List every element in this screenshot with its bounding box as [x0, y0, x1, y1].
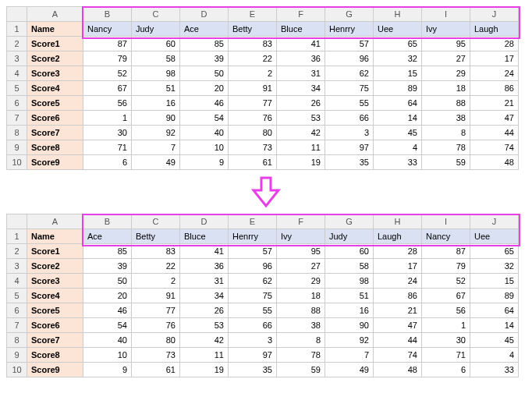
- data-cell[interactable]: 41: [277, 37, 325, 51]
- score-label[interactable]: Score7: [27, 126, 83, 140]
- data-cell[interactable]: 14: [470, 318, 519, 333]
- data-cell[interactable]: 66: [229, 318, 277, 333]
- data-cell[interactable]: 49: [132, 155, 180, 170]
- data-cell[interactable]: 91: [132, 289, 180, 303]
- row-header[interactable]: 10: [7, 155, 27, 170]
- data-cell[interactable]: 71: [422, 348, 470, 363]
- name-cell[interactable]: Ace: [180, 22, 229, 37]
- col-header[interactable]: B: [83, 214, 132, 229]
- data-cell[interactable]: 29: [277, 274, 325, 289]
- data-cell[interactable]: 40: [180, 126, 229, 140]
- data-cell[interactable]: 62: [229, 274, 277, 289]
- row-header[interactable]: 9: [7, 140, 27, 155]
- data-cell[interactable]: 71: [83, 140, 132, 155]
- data-cell[interactable]: 90: [132, 111, 180, 126]
- col-header[interactable]: E: [229, 214, 277, 229]
- data-cell[interactable]: 53: [180, 318, 229, 333]
- data-cell[interactable]: 3: [325, 126, 374, 140]
- data-cell[interactable]: 15: [374, 66, 422, 81]
- data-cell[interactable]: 42: [277, 126, 325, 140]
- data-cell[interactable]: 15: [470, 274, 519, 289]
- data-cell[interactable]: 10: [83, 348, 132, 363]
- data-cell[interactable]: 87: [422, 244, 470, 259]
- data-cell[interactable]: 28: [470, 37, 519, 51]
- col-header[interactable]: E: [229, 7, 277, 22]
- data-cell[interactable]: 55: [325, 96, 374, 111]
- data-cell[interactable]: 3: [229, 333, 277, 348]
- data-cell[interactable]: 97: [229, 348, 277, 363]
- data-cell[interactable]: 29: [422, 66, 470, 81]
- col-header[interactable]: A: [27, 7, 83, 22]
- corner-cell[interactable]: [7, 7, 27, 22]
- row-header[interactable]: 8: [7, 126, 27, 140]
- data-cell[interactable]: 78: [277, 348, 325, 363]
- data-cell[interactable]: 38: [422, 111, 470, 126]
- data-cell[interactable]: 56: [422, 303, 470, 318]
- a1-name-label[interactable]: Name: [27, 229, 83, 244]
- data-cell[interactable]: 51: [132, 81, 180, 96]
- name-cell[interactable]: Uee: [470, 229, 519, 244]
- data-cell[interactable]: 61: [132, 363, 180, 377]
- data-cell[interactable]: 30: [83, 126, 132, 140]
- data-cell[interactable]: 24: [374, 274, 422, 289]
- data-cell[interactable]: 14: [374, 111, 422, 126]
- row-header[interactable]: 6: [7, 96, 27, 111]
- data-cell[interactable]: 73: [229, 140, 277, 155]
- data-cell[interactable]: 85: [83, 244, 132, 259]
- row-header[interactable]: 1: [7, 22, 27, 37]
- data-cell[interactable]: 35: [325, 155, 374, 170]
- data-cell[interactable]: 54: [180, 111, 229, 126]
- data-cell[interactable]: 77: [132, 303, 180, 318]
- col-header[interactable]: G: [325, 7, 374, 22]
- data-cell[interactable]: 92: [325, 333, 374, 348]
- data-cell[interactable]: 45: [374, 126, 422, 140]
- data-cell[interactable]: 26: [277, 96, 325, 111]
- score-label[interactable]: Score2: [27, 259, 83, 274]
- data-cell[interactable]: 65: [374, 37, 422, 51]
- data-cell[interactable]: 48: [470, 155, 519, 170]
- data-cell[interactable]: 74: [470, 140, 519, 155]
- col-header[interactable]: C: [132, 214, 180, 229]
- col-header[interactable]: F: [277, 214, 325, 229]
- data-cell[interactable]: 67: [422, 289, 470, 303]
- data-cell[interactable]: 52: [83, 66, 132, 81]
- data-cell[interactable]: 1: [422, 318, 470, 333]
- name-cell[interactable]: Judy: [132, 22, 180, 37]
- data-cell[interactable]: 31: [277, 66, 325, 81]
- data-cell[interactable]: 16: [325, 303, 374, 318]
- data-cell[interactable]: 62: [325, 66, 374, 81]
- data-cell[interactable]: 85: [180, 37, 229, 51]
- data-cell[interactable]: 73: [132, 348, 180, 363]
- data-cell[interactable]: 56: [83, 96, 132, 111]
- data-cell[interactable]: 44: [374, 333, 422, 348]
- data-cell[interactable]: 4: [374, 140, 422, 155]
- data-cell[interactable]: 41: [180, 244, 229, 259]
- data-cell[interactable]: 64: [470, 303, 519, 318]
- data-cell[interactable]: 86: [374, 289, 422, 303]
- data-cell[interactable]: 47: [470, 111, 519, 126]
- score-label[interactable]: Score9: [27, 363, 83, 377]
- name-cell[interactable]: Henrry: [229, 229, 277, 244]
- data-cell[interactable]: 58: [132, 51, 180, 66]
- data-cell[interactable]: 58: [325, 259, 374, 274]
- name-cell[interactable]: Bluce: [277, 22, 325, 37]
- data-cell[interactable]: 92: [132, 126, 180, 140]
- row-header[interactable]: 1: [7, 229, 27, 244]
- row-header[interactable]: 4: [7, 274, 27, 289]
- data-cell[interactable]: 42: [180, 333, 229, 348]
- score-label[interactable]: Score4: [27, 289, 83, 303]
- name-cell[interactable]: Henrry: [325, 22, 374, 37]
- data-cell[interactable]: 80: [132, 333, 180, 348]
- corner-cell[interactable]: [7, 214, 27, 229]
- row-header[interactable]: 7: [7, 111, 27, 126]
- data-cell[interactable]: 76: [229, 111, 277, 126]
- data-cell[interactable]: 11: [180, 348, 229, 363]
- row-header[interactable]: 8: [7, 333, 27, 348]
- data-cell[interactable]: 22: [229, 51, 277, 66]
- data-cell[interactable]: 35: [229, 363, 277, 377]
- col-header[interactable]: F: [277, 7, 325, 22]
- data-cell[interactable]: 86: [470, 81, 519, 96]
- data-cell[interactable]: 33: [374, 155, 422, 170]
- data-cell[interactable]: 74: [374, 348, 422, 363]
- data-cell[interactable]: 48: [374, 363, 422, 377]
